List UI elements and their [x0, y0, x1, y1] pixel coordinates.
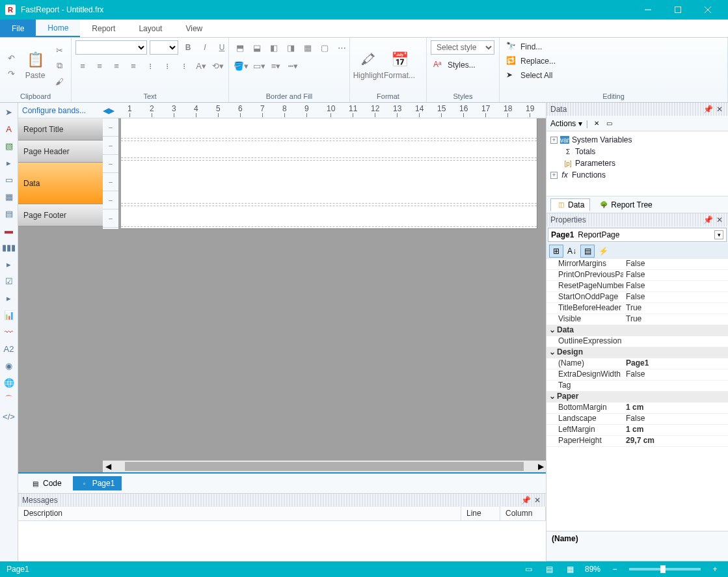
band-page-header[interactable]: Page Header: [18, 141, 103, 163]
report-tree-tab[interactable]: 🌳Report Tree: [594, 199, 657, 211]
italic-button[interactable]: I: [198, 40, 212, 55]
layout-tab[interactable]: Layout: [127, 20, 174, 37]
collapse-handle[interactable]: ◀▶: [103, 106, 115, 115]
border-bottom-button[interactable]: ⬓: [250, 40, 264, 55]
zoom-slider[interactable]: [629, 568, 701, 570]
band-report-title[interactable]: Report Title: [18, 118, 103, 141]
properties-grid[interactable]: MirrorMarginsFalsePrintOnPreviousPaFalse…: [546, 259, 728, 531]
band-page-footer[interactable]: Page Footer: [18, 204, 103, 226]
rotate-button[interactable]: ⟲▾: [211, 59, 225, 73]
line-width-button[interactable]: ≡▾: [269, 59, 283, 73]
expand3-tool[interactable]: ▸: [3, 291, 16, 304]
minimize-button[interactable]: [633, 0, 663, 20]
property-row[interactable]: ⌄Data: [546, 325, 728, 336]
chart-tool[interactable]: 📊: [3, 308, 16, 321]
sparkline-tool[interactable]: 〰: [3, 325, 16, 338]
highlight-button[interactable]: 🖍 Highlight: [354, 44, 383, 87]
select-all-button[interactable]: ➤Select All: [504, 69, 555, 82]
design-surface[interactable]: ––––––: [103, 118, 546, 461]
shape-tool[interactable]: ▭: [3, 173, 16, 186]
property-row[interactable]: ResetPageNumberFalse: [546, 281, 728, 292]
pointer-tool[interactable]: ➤: [3, 105, 16, 118]
line-color-button[interactable]: ▭▾: [252, 59, 266, 73]
categorized-button[interactable]: ⊞: [549, 245, 563, 258]
page1-tab[interactable]: ▫ Page1: [73, 476, 122, 490]
copy-button[interactable]: ⧉: [52, 59, 66, 73]
alphabetical-button[interactable]: A↓: [565, 245, 579, 258]
band-data[interactable]: Data: [18, 163, 103, 204]
file-tab[interactable]: File: [0, 20, 36, 37]
line-style-button[interactable]: ┅▾: [286, 59, 300, 73]
border-none-button[interactable]: ▢: [317, 40, 332, 55]
fill-color-button[interactable]: 🪣▾: [233, 59, 249, 73]
barcode-tool[interactable]: ▮▮▮: [3, 241, 16, 254]
styles-button[interactable]: Aª Styles...: [431, 59, 478, 72]
border-top-button[interactable]: ⬒: [233, 40, 247, 55]
font-size-select[interactable]: [150, 40, 178, 55]
property-row[interactable]: ExtraDesignWidthFalse: [546, 369, 728, 381]
html-tool[interactable]: </>: [3, 410, 16, 423]
actions-dropdown[interactable]: Actions ▾: [550, 119, 582, 128]
align-justify-button[interactable]: ≡: [126, 59, 141, 73]
properties-tab-button[interactable]: ▤: [580, 245, 595, 258]
digital-tool[interactable]: ⌒: [3, 393, 16, 406]
bold-button[interactable]: B: [181, 40, 195, 55]
messages-close-button[interactable]: ✕: [533, 496, 542, 505]
expand2-tool[interactable]: ▸: [3, 258, 16, 271]
find-button[interactable]: 🔭Find...: [504, 40, 545, 53]
text-tool[interactable]: A: [3, 122, 16, 135]
gauge-tool[interactable]: ◉: [3, 359, 16, 372]
property-row[interactable]: VisibleTrue: [546, 314, 728, 325]
zoom-in-button[interactable]: +: [708, 563, 721, 575]
property-row[interactable]: LandscapeFalse: [546, 414, 728, 425]
border-right-button[interactable]: ◨: [284, 40, 298, 55]
property-row[interactable]: PaperHeight29,7 cm: [546, 436, 728, 447]
action-view-button[interactable]: ▭: [605, 120, 614, 127]
border-more-button[interactable]: ⋯: [334, 40, 349, 55]
report-tab[interactable]: Report: [80, 20, 127, 37]
paste-button[interactable]: 📋 Paste: [21, 44, 49, 87]
valign-middle-button[interactable]: ⫶: [160, 59, 174, 73]
property-row[interactable]: TitleBeforeHeaderTrue: [546, 303, 728, 314]
data-tab[interactable]: ◫Data: [550, 198, 590, 211]
scroll-thumb[interactable]: [125, 462, 524, 471]
format-button[interactable]: 📅 Format...: [385, 44, 414, 87]
tree-functions[interactable]: +fxFunctions: [550, 169, 724, 181]
horizontal-scrollbar[interactable]: ◀ ▶: [103, 461, 546, 472]
table-tool[interactable]: ▦: [3, 190, 16, 203]
font-color-button[interactable]: A▾: [194, 59, 208, 73]
object-selector[interactable]: Page1 ReportPage ▾: [548, 228, 727, 242]
code-tab[interactable]: ▤ Code: [23, 476, 69, 490]
tree-system-variables[interactable]: +varSystem Variables: [550, 134, 724, 146]
font-family-select[interactable]: [75, 40, 147, 55]
matrix-tool[interactable]: ▤: [3, 207, 16, 220]
view-tab[interactable]: View: [174, 20, 214, 37]
property-row[interactable]: (Name)Page1: [546, 358, 728, 369]
property-row[interactable]: PrintOnPreviousPaFalse: [546, 270, 728, 281]
richtext-tool[interactable]: A2: [3, 342, 16, 355]
cut-button[interactable]: ✂: [52, 43, 66, 57]
page-paper[interactable]: [121, 118, 537, 229]
expand-tool[interactable]: ▸: [3, 156, 16, 169]
property-row[interactable]: ⌄Paper: [546, 392, 728, 403]
align-left-button[interactable]: ≡: [75, 59, 90, 73]
property-row[interactable]: StartOnOddPageFalse: [546, 292, 728, 303]
property-row[interactable]: OutlineExpression: [546, 336, 728, 347]
property-row[interactable]: LeftMargin1 cm: [546, 425, 728, 436]
col-column[interactable]: Column: [500, 507, 546, 520]
underline-button[interactable]: U: [215, 40, 229, 55]
col-line[interactable]: Line: [461, 507, 500, 520]
col-description[interactable]: Description: [18, 507, 461, 520]
style-select[interactable]: Select style: [431, 40, 494, 55]
action-delete-button[interactable]: ✕: [592, 120, 601, 127]
undo-button[interactable]: ↶: [4, 51, 18, 65]
border-left-button[interactable]: ◧: [267, 40, 281, 55]
valign-top-button[interactable]: ⫶: [143, 59, 157, 73]
format-painter-button[interactable]: 🖌: [52, 74, 66, 88]
property-row[interactable]: BottomMargin1 cm: [546, 403, 728, 414]
zoom-out-button[interactable]: −: [608, 563, 621, 575]
subreport-tool[interactable]: ▬: [3, 224, 16, 237]
properties-pin-button[interactable]: 📌: [703, 215, 712, 224]
tree-parameters[interactable]: [p]Parameters: [550, 157, 724, 169]
property-row[interactable]: ⌄Design: [546, 347, 728, 358]
